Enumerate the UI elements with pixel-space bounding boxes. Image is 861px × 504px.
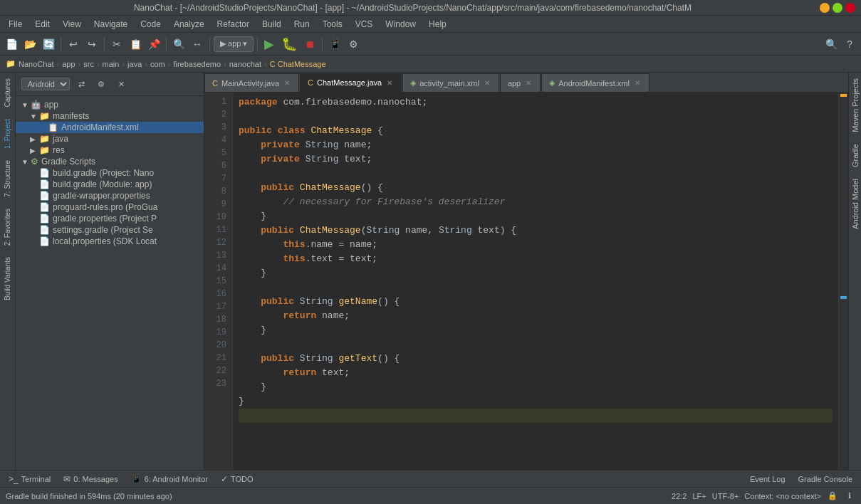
breadcrumb-main[interactable]: main: [103, 60, 120, 68]
code-area[interactable]: package com.firebasedemo.nanochat; publi…: [233, 93, 838, 470]
toolbar-paste[interactable]: 📌: [145, 36, 162, 53]
tree-proguard[interactable]: ▶ 📄 proguard-rules.pro (ProGua: [16, 201, 204, 213]
project-settings-btn[interactable]: ⚙: [93, 75, 110, 93]
tree-gradle-wrapper[interactable]: ▶ 📄 gradle-wrapper.properties: [16, 190, 204, 201]
breadcrumb-src[interactable]: src: [83, 60, 94, 68]
tree-settings-gradle[interactable]: ▶ 📄 settings.gradle (Project Se: [16, 224, 204, 236]
status-encoding[interactable]: UTF-8+: [712, 492, 739, 500]
breadcrumb-app[interactable]: app: [62, 60, 75, 68]
stop-button[interactable]: ⏹: [301, 36, 318, 53]
structure-label[interactable]: 7: Structure: [2, 157, 13, 200]
menu-item-build[interactable]: Build: [256, 18, 287, 31]
avd-button[interactable]: 📱: [326, 36, 343, 53]
code-line-21: }: [239, 380, 833, 394]
project-close-btn[interactable]: ✕: [113, 75, 130, 93]
tab-app-close[interactable]: ✕: [524, 79, 533, 87]
tab-java-icon-main: C: [212, 79, 218, 88]
status-lock[interactable]: 🔒: [827, 490, 838, 502]
tab-chat-message-close[interactable]: ✕: [385, 79, 394, 87]
tab-activity-main-xml[interactable]: ◈ activity_main.xml ✕: [402, 73, 499, 92]
toolbar-cut[interactable]: ✂: [108, 36, 125, 53]
tree-build-gradle-app[interactable]: ▶ 📄 build.gradle (Module: app): [16, 179, 204, 190]
breadcrumb-firebasedemo[interactable]: firebasedemo: [173, 60, 221, 68]
build-variants-label[interactable]: Build Variants: [2, 254, 13, 303]
search-everywhere[interactable]: 🔍: [823, 36, 840, 53]
run-button[interactable]: ▶: [261, 36, 277, 52]
tab-app[interactable]: app ✕: [500, 73, 541, 92]
tree-java[interactable]: ▶ 📁 java: [16, 133, 204, 145]
close-button[interactable]: [845, 3, 855, 13]
menu-item-refactor[interactable]: Refactor: [212, 18, 255, 31]
toolbar-replace[interactable]: ↔: [189, 36, 206, 53]
code-line-12: this.text = text;: [239, 252, 833, 266]
tree-gradle-scripts[interactable]: ▼ ⚙ Gradle Scripts: [16, 156, 204, 167]
menu-item-navigate[interactable]: Navigate: [88, 18, 133, 31]
app-selector[interactable]: ▶ app ▾: [214, 36, 254, 52]
tab-java-icon-chat: C: [308, 78, 313, 87]
android-model-label[interactable]: Android Model: [851, 179, 860, 229]
tree-androidmanifest[interactable]: ▶ 📋 AndroidManifest.xml: [16, 122, 204, 133]
tab-chat-message[interactable]: C ChatMessage.java ✕: [300, 73, 402, 92]
bottom-tab-messages[interactable]: ✉ 0: Messages: [58, 471, 123, 487]
project-view-selector[interactable]: Android Project: [21, 78, 70, 90]
status-position[interactable]: 22:2: [672, 492, 687, 500]
tree-build-gradle-proj[interactable]: ▶ 📄 build.gradle (Project: Nano: [16, 167, 204, 179]
line-num-21: 21: [210, 352, 226, 364]
gradle-label[interactable]: Gradle: [851, 144, 860, 167]
minimize-button[interactable]: [820, 3, 830, 13]
bottom-tab-terminal[interactable]: >_ Terminal: [3, 471, 56, 487]
toolbar-new[interactable]: 📄: [3, 36, 20, 53]
tree-manifests[interactable]: ▼ 📁 manifests: [16, 110, 204, 122]
right-side-strip: Maven Projects Gradle Android Model: [848, 73, 861, 470]
tab-main-activity-close[interactable]: ✕: [283, 79, 291, 87]
menu-item-run[interactable]: Run: [288, 18, 315, 31]
bottom-tab-android-monitor[interactable]: 📱 6: Android Monitor: [125, 471, 214, 487]
favorites-label[interactable]: 2: Favorites: [2, 206, 13, 248]
menu-item-file[interactable]: File: [3, 18, 28, 31]
captures-label[interactable]: Captures: [2, 75, 13, 110]
menu-item-view[interactable]: View: [57, 18, 87, 31]
line-num-15: 15: [210, 275, 226, 288]
maximize-button[interactable]: [833, 3, 842, 13]
project-sync-btn[interactable]: ⇄: [73, 75, 90, 93]
status-bar: Gradle build finished in 594ms (20 minut…: [0, 487, 861, 504]
bottom-tab-event-log[interactable]: Event Log: [744, 471, 791, 487]
maven-projects-label[interactable]: Maven Projects: [851, 78, 860, 132]
status-info[interactable]: ℹ: [844, 490, 855, 502]
tree-gradle-props[interactable]: ▶ 📄 gradle.properties (Project P: [16, 213, 204, 224]
project-tree: ▼ 🤖 app ▼ 📁 manifests ▶ 📋 AndroidManifes…: [16, 96, 204, 470]
menu-item-vcs[interactable]: VCS: [350, 18, 379, 31]
menu-item-analyze[interactable]: Analyze: [168, 18, 210, 31]
line-num-1: 1: [210, 95, 226, 108]
toolbar-undo[interactable]: ↩: [65, 36, 82, 53]
toolbar-redo[interactable]: ↪: [83, 36, 100, 53]
debug-button[interactable]: 🐛: [278, 36, 300, 52]
menu-item-tools[interactable]: Tools: [317, 18, 348, 31]
menu-item-help[interactable]: Help: [423, 18, 452, 31]
project-label[interactable]: 1: Project: [2, 116, 13, 152]
bottom-tab-gradle-console[interactable]: Gradle Console: [793, 471, 858, 487]
toolbar-copy[interactable]: 📋: [127, 36, 144, 53]
breadcrumb-java[interactable]: java: [127, 60, 142, 68]
sdk-button[interactable]: ⚙: [345, 36, 362, 53]
tab-android-manifest[interactable]: ◈ AndroidManifest.xml ✕: [541, 73, 649, 92]
toolbar-sync[interactable]: 🔄: [40, 36, 57, 53]
toolbar-find[interactable]: 🔍: [170, 36, 187, 53]
breadcrumb-chatmessage: C ChatMessage: [270, 60, 326, 68]
breadcrumb-nanochat-pkg[interactable]: nanochat: [229, 60, 261, 68]
breadcrumb-nanochat[interactable]: NanoChat: [19, 60, 54, 68]
tab-android-manifest-close[interactable]: ✕: [633, 79, 642, 87]
breadcrumb-com[interactable]: com: [150, 60, 165, 68]
menu-item-window[interactable]: Window: [380, 18, 422, 31]
tab-main-activity[interactable]: C MainActivity.java ✕: [204, 73, 299, 92]
tab-activity-main-xml-close[interactable]: ✕: [483, 79, 491, 87]
menu-item-edit[interactable]: Edit: [29, 18, 56, 31]
tree-app[interactable]: ▼ 🤖 app: [16, 99, 204, 110]
menu-item-code[interactable]: Code: [135, 18, 167, 31]
bottom-tab-todo[interactable]: ✓ TODO: [215, 471, 259, 487]
status-line-sep[interactable]: LF+: [693, 492, 706, 500]
tree-res[interactable]: ▶ 📁 res: [16, 145, 204, 156]
tree-local-props[interactable]: ▶ 📄 local.properties (SDK Locat: [16, 236, 204, 247]
toolbar-open[interactable]: 📂: [21, 36, 38, 53]
help-button[interactable]: ?: [841, 36, 858, 53]
